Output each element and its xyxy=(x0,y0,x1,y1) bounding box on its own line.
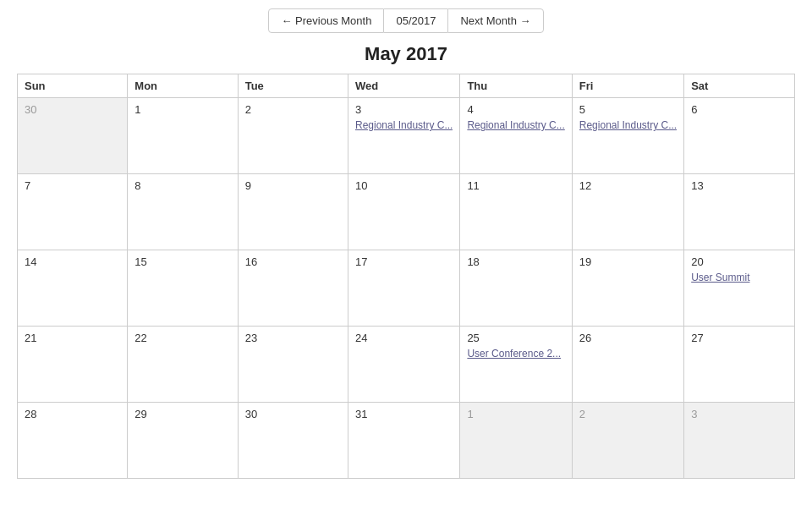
calendar-day-cell[interactable]: 7 xyxy=(18,174,128,250)
calendar-day-cell[interactable]: 5Regional Industry C... xyxy=(572,98,683,174)
day-number: 29 xyxy=(134,408,230,420)
weekday-header-sun: Sun xyxy=(18,74,128,98)
calendar-day-cell[interactable]: 6 xyxy=(684,98,795,174)
calendar-day-cell[interactable]: 29 xyxy=(128,403,238,479)
day-number: 30 xyxy=(245,408,341,420)
calendar-day-cell[interactable]: 19 xyxy=(572,250,683,327)
calendar-day-cell[interactable]: 3Regional Industry C... xyxy=(348,98,460,174)
weekday-header-mon: Mon xyxy=(128,74,238,98)
calendar-day-cell[interactable]: 17 xyxy=(348,250,460,327)
calendar-week-row: 78910111213 xyxy=(18,174,795,250)
calendar-day-cell[interactable]: 26 xyxy=(572,327,683,403)
calendar-week-row: 2122232425User Conference 2...2627 xyxy=(18,327,795,403)
calendar-day-cell[interactable]: 2 xyxy=(572,403,683,479)
page-container: ← Previous Month 05/2017 Next Month → Ma… xyxy=(0,0,812,496)
calendar-day-cell[interactable]: 18 xyxy=(460,250,572,327)
day-number: 31 xyxy=(355,408,453,420)
day-number: 3 xyxy=(691,408,787,420)
calendar-day-cell[interactable]: 21 xyxy=(18,327,128,403)
weekday-header-sat: Sat xyxy=(684,74,795,98)
event-link[interactable]: Regional Industry C... xyxy=(467,119,564,131)
calendar-day-cell[interactable]: 28 xyxy=(18,403,128,479)
next-month-button[interactable]: Next Month → xyxy=(447,8,543,33)
day-number: 22 xyxy=(134,332,230,344)
calendar-day-cell[interactable]: 1 xyxy=(460,403,572,479)
calendar-day-cell[interactable]: 31 xyxy=(348,403,460,479)
calendar-day-cell[interactable]: 2 xyxy=(238,98,348,174)
day-number: 15 xyxy=(134,255,230,268)
day-number: 18 xyxy=(467,255,564,268)
calendar-week-row: 30123Regional Industry C...4Regional Ind… xyxy=(18,98,795,174)
calendar-day-cell[interactable]: 1 xyxy=(128,98,238,174)
calendar-day-cell[interactable]: 8 xyxy=(128,174,238,250)
day-number: 9 xyxy=(245,179,341,192)
day-number: 17 xyxy=(355,255,453,268)
calendar-day-cell[interactable]: 9 xyxy=(238,174,348,250)
day-number: 20 xyxy=(691,255,787,268)
day-number: 2 xyxy=(245,103,341,116)
day-number: 2 xyxy=(579,408,677,420)
calendar-day-cell[interactable]: 11 xyxy=(460,174,572,250)
day-number: 4 xyxy=(467,103,564,116)
calendar-day-cell[interactable]: 27 xyxy=(684,327,795,403)
calendar-week-row: 28293031123 xyxy=(18,403,795,479)
weekday-header-thu: Thu xyxy=(460,74,572,98)
day-number: 8 xyxy=(134,179,230,192)
calendar-day-cell[interactable]: 30 xyxy=(238,403,348,479)
calendar-week-row: 14151617181920User Summit xyxy=(18,250,795,327)
day-number: 6 xyxy=(691,103,787,116)
day-number: 30 xyxy=(25,103,120,116)
day-number: 12 xyxy=(579,179,677,192)
calendar-day-cell[interactable]: 10 xyxy=(348,174,460,250)
event-link[interactable]: User Summit xyxy=(691,272,787,283)
day-number: 5 xyxy=(579,103,677,116)
day-number: 28 xyxy=(25,408,120,420)
calendar-day-cell[interactable]: 22 xyxy=(128,327,238,403)
calendar-table: SunMonTueWedThuFriSat 30123Regional Indu… xyxy=(17,74,795,479)
day-number: 23 xyxy=(245,332,341,344)
day-number: 13 xyxy=(691,179,787,192)
calendar-day-cell[interactable]: 14 xyxy=(18,250,128,327)
day-number: 19 xyxy=(579,255,677,268)
day-number: 26 xyxy=(579,332,677,344)
calendar-day-cell[interactable]: 23 xyxy=(238,327,348,403)
month-nav: ← Previous Month 05/2017 Next Month → xyxy=(17,8,795,33)
day-number: 10 xyxy=(355,179,453,192)
calendar-day-cell[interactable]: 3 xyxy=(684,403,795,479)
current-month-display: 05/2017 xyxy=(384,8,447,33)
prev-month-button[interactable]: ← Previous Month xyxy=(268,8,384,33)
calendar-day-cell[interactable]: 20User Summit xyxy=(684,250,795,327)
event-link[interactable]: Regional Industry C... xyxy=(355,119,453,131)
calendar-day-cell[interactable]: 4Regional Industry C... xyxy=(460,98,572,174)
day-number: 1 xyxy=(134,103,230,116)
day-number: 27 xyxy=(691,332,787,344)
day-number: 14 xyxy=(25,255,120,268)
weekday-header-wed: Wed xyxy=(348,74,460,98)
day-number: 21 xyxy=(25,332,120,344)
calendar-day-cell[interactable]: 12 xyxy=(572,174,683,250)
calendar-title: May 2017 xyxy=(17,43,795,65)
day-number: 24 xyxy=(355,332,453,344)
event-link[interactable]: User Conference 2... xyxy=(467,348,564,360)
weekday-header-tue: Tue xyxy=(238,74,348,98)
day-number: 7 xyxy=(25,179,120,192)
calendar-day-cell[interactable]: 30 xyxy=(18,98,128,174)
weekday-header-fri: Fri xyxy=(572,74,683,98)
day-number: 3 xyxy=(355,103,453,116)
calendar-day-cell[interactable]: 13 xyxy=(684,174,795,250)
weekday-header-row: SunMonTueWedThuFriSat xyxy=(18,74,795,98)
day-number: 11 xyxy=(467,179,564,192)
day-number: 25 xyxy=(467,332,564,344)
calendar-day-cell[interactable]: 15 xyxy=(128,250,238,327)
calendar-day-cell[interactable]: 24 xyxy=(348,327,460,403)
day-number: 16 xyxy=(245,255,341,268)
event-link[interactable]: Regional Industry C... xyxy=(579,119,677,131)
calendar-day-cell[interactable]: 16 xyxy=(238,250,348,327)
calendar-day-cell[interactable]: 25User Conference 2... xyxy=(460,327,572,403)
day-number: 1 xyxy=(467,408,564,420)
